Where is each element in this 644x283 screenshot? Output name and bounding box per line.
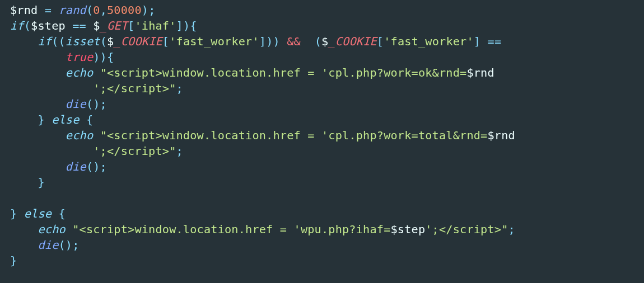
code-token: } <box>10 113 52 126</box>
code-token: ( <box>24 19 31 32</box>
code-line: die(); <box>10 160 107 173</box>
code-token <box>10 223 38 236</box>
code-token: ); <box>142 3 156 17</box>
code-token: ; <box>176 144 183 158</box>
code-token: = <box>45 3 52 17</box>
code-token: ( <box>100 35 107 48</box>
code-token <box>86 19 93 32</box>
code-token: if <box>38 35 52 48</box>
code-block: $rnd = rand(0,50000); if($step == $_GET[… <box>0 0 644 268</box>
code-line: echo "<script>window.location.href = 'cp… <box>10 129 515 142</box>
code-token: ] <box>474 35 488 48</box>
code-token: $rnd <box>10 3 38 17</box>
code-token <box>66 223 72 236</box>
code-token: "<script>window.location.href = 'cpl.php… <box>100 66 467 79</box>
code-token <box>66 19 72 32</box>
code-token <box>52 3 58 17</box>
code-token: die <box>66 160 86 173</box>
code-token <box>10 35 38 48</box>
code-token: 'fast_worker' <box>384 35 474 48</box>
code-token: $ <box>107 35 114 48</box>
code-token: "<script>window.location.href = 'cpl.php… <box>100 129 488 142</box>
code-token: $rnd <box>466 66 494 79</box>
code-line: if((isset($_COOKIE['fast_worker'])) && (… <box>10 35 508 48</box>
code-token: } <box>10 254 17 267</box>
code-token: if <box>10 19 24 32</box>
code-line: die(); <box>10 238 80 252</box>
code-token: [ <box>128 19 134 32</box>
code-line: true)){ <box>10 50 114 64</box>
code-token: $ <box>321 35 328 48</box>
code-token: ( <box>301 35 321 48</box>
code-token <box>10 97 66 111</box>
code-token: _COOKIE <box>114 35 162 48</box>
code-line: echo "<script>window.location.href = 'cp… <box>10 66 494 79</box>
code-token: (( <box>52 35 66 48</box>
code-line: echo "<script>window.location.href = 'wp… <box>10 223 515 236</box>
code-token: (); <box>58 238 79 252</box>
code-line: } else { <box>10 113 93 126</box>
code-token: $step <box>31 19 66 32</box>
code-token: == <box>488 35 502 48</box>
code-line: } <box>10 254 17 267</box>
code-token: "<script>window.location.href = 'wpu.php… <box>72 223 390 236</box>
code-token: die <box>38 238 58 252</box>
code-token: $ <box>93 19 100 32</box>
code-line: if($step == $_GET['ihaf']){ <box>10 19 197 32</box>
code-token <box>10 129 66 142</box>
code-token: ';</script>" <box>93 144 176 158</box>
code-token: 'ihaf' <box>134 19 176 32</box>
code-token: 'fast_worker' <box>169 35 259 48</box>
code-token <box>501 35 508 48</box>
code-token <box>93 129 100 142</box>
code-token: die <box>66 97 86 111</box>
code-token <box>38 3 44 17</box>
code-token: true <box>66 50 93 64</box>
code-token: , <box>100 3 107 17</box>
code-token: } <box>10 176 45 189</box>
code-line: ';</script>"; <box>10 82 183 95</box>
code-token <box>10 144 93 158</box>
code-line: die(); <box>10 97 107 111</box>
code-token: ; <box>176 82 183 95</box>
code-token: _COOKIE <box>328 35 376 48</box>
code-token: echo <box>38 223 65 236</box>
code-token: isset <box>66 35 100 48</box>
code-token: )){ <box>93 50 114 64</box>
code-token: 0 <box>93 3 100 17</box>
code-token: ])) <box>259 35 287 48</box>
code-token: ';</script>" <box>93 82 176 95</box>
code-token <box>10 238 38 252</box>
code-token: == <box>72 19 86 32</box>
code-token: (); <box>86 97 107 111</box>
code-token: else <box>24 207 52 220</box>
code-token: rand <box>59 3 86 17</box>
code-line: } else { <box>10 207 66 220</box>
code-token <box>10 160 66 173</box>
code-token <box>10 82 93 95</box>
code-token: [ <box>377 35 384 48</box>
code-token: echo <box>66 129 93 142</box>
code-token <box>10 50 66 64</box>
code-token: ( <box>86 3 93 17</box>
code-line: ';</script>"; <box>10 144 183 158</box>
code-token: ; <box>508 223 515 236</box>
code-token: (); <box>86 160 107 173</box>
code-token: _GET <box>100 19 128 32</box>
code-token: { <box>52 207 66 220</box>
code-token: echo <box>66 66 93 79</box>
code-token: ]){ <box>176 19 197 32</box>
code-line: } <box>10 176 45 189</box>
code-token <box>93 66 100 79</box>
code-token: $rnd <box>487 129 515 142</box>
code-token: $step <box>390 223 425 236</box>
code-line: $rnd = rand(0,50000); <box>10 3 156 17</box>
code-token: && <box>287 35 301 48</box>
code-token: { <box>80 113 94 126</box>
code-token <box>10 66 66 79</box>
code-token: } <box>10 207 24 220</box>
code-token: [ <box>162 35 169 48</box>
code-token: ';</script>" <box>425 223 508 236</box>
code-token: else <box>52 113 79 126</box>
code-token: 50000 <box>107 3 142 17</box>
